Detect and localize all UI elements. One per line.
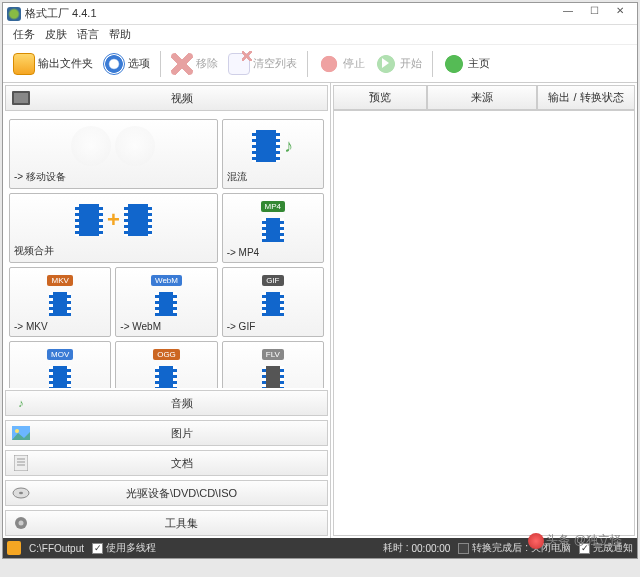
maximize-button[interactable]: ☐: [581, 5, 607, 23]
col-output[interactable]: 输出 / 转换状态: [537, 85, 635, 110]
svg-rect-1: [14, 93, 28, 103]
webm-badge: WebM: [151, 275, 182, 286]
film-icon: [49, 292, 71, 316]
category-audio-header[interactable]: ♪ 音频: [5, 390, 328, 416]
category-tools-header[interactable]: 工具集: [5, 510, 328, 536]
list-header: 预览 来源 输出 / 转换状态: [333, 85, 635, 111]
tile-mkv[interactable]: MKV -> MKV: [9, 267, 111, 337]
folder-icon: [13, 53, 35, 75]
tile-webm[interactable]: WebM -> WebM: [115, 267, 217, 337]
film-icon: [262, 218, 284, 242]
category-video-header[interactable]: 视频: [5, 85, 328, 111]
remove-icon: [171, 53, 193, 75]
clear-list-button[interactable]: 清空列表: [224, 51, 301, 77]
picture-icon: [10, 424, 32, 442]
checkbox-icon: ✓: [458, 543, 469, 554]
right-panel: 预览 来源 输出 / 转换状态: [331, 83, 637, 538]
video-grid: -> 移动设备 ♪ 混流 + 视频合并 MP4 -> MP4: [5, 115, 328, 388]
play-icon: [375, 53, 397, 75]
avatar-icon: [528, 533, 544, 549]
film-icon: [75, 204, 103, 236]
col-preview[interactable]: 预览: [333, 85, 427, 110]
gear-icon: [10, 514, 32, 532]
plus-icon: +: [107, 207, 120, 233]
film-icon: [155, 292, 177, 316]
disc-drive-icon: [10, 484, 32, 502]
film-icon: [252, 130, 280, 162]
document-icon: [10, 454, 32, 472]
minimize-button[interactable]: —: [555, 5, 581, 23]
film-icon: [155, 366, 177, 388]
menu-bar: 任务 皮肤 语言 帮助: [3, 25, 637, 45]
stop-icon: [318, 53, 340, 75]
app-icon: [7, 7, 21, 21]
elapsed-time: 耗时 :00:00:00: [383, 541, 451, 555]
music-note-icon: ♪: [10, 394, 32, 412]
output-folder-button[interactable]: 输出文件夹: [9, 51, 97, 77]
mkv-badge: MKV: [47, 275, 72, 286]
app-window: 格式工厂 4.4.1 — ☐ ✕ 任务 皮肤 语言 帮助 输出文件夹 选项 移除…: [2, 2, 638, 559]
devices-icon: [71, 126, 111, 166]
tile-flv[interactable]: FLV -> FLV: [222, 341, 324, 388]
music-note-icon: ♪: [284, 136, 293, 157]
tile-mobile[interactable]: -> 移动设备: [9, 119, 218, 189]
stop-button[interactable]: 停止: [314, 51, 369, 77]
svg-point-9: [19, 492, 23, 495]
window-title: 格式工厂 4.4.1: [25, 6, 97, 21]
folder-icon[interactable]: [7, 541, 21, 555]
tile-merge[interactable]: + 视频合并: [9, 193, 218, 263]
main-body: 视频 -> 移动设备 ♪ 混流 + 视频合并: [3, 83, 637, 538]
tile-mux[interactable]: ♪ 混流: [222, 119, 324, 189]
tile-gif[interactable]: GIF -> GIF: [222, 267, 324, 337]
svg-point-3: [15, 429, 19, 433]
flv-badge: FLV: [262, 349, 284, 360]
remove-button[interactable]: 移除: [167, 51, 222, 77]
menu-language[interactable]: 语言: [77, 27, 99, 42]
tile-mov[interactable]: MOV -> MOV: [9, 341, 111, 388]
video-icon: [10, 89, 32, 107]
category-doc-header[interactable]: 文档: [5, 450, 328, 476]
menu-help[interactable]: 帮助: [109, 27, 131, 42]
options-button[interactable]: 选项: [99, 51, 154, 77]
home-icon: [443, 53, 465, 75]
ogg-badge: OGG: [153, 349, 180, 360]
film-icon: [262, 366, 284, 388]
output-path-label[interactable]: C:\FFOutput: [29, 543, 84, 554]
toolbar: 输出文件夹 选项 移除 清空列表 停止 开始 主页: [3, 45, 637, 83]
watermark: 头条 @独立怪: [528, 532, 622, 549]
svg-point-11: [19, 521, 24, 526]
film-icon: [124, 204, 152, 236]
tile-ogg[interactable]: OGG -> OGG: [115, 341, 217, 388]
gif-badge: GIF: [262, 275, 283, 286]
mov-badge: MOV: [47, 349, 73, 360]
options-icon: [103, 53, 125, 75]
start-button[interactable]: 开始: [371, 51, 426, 77]
mp4-badge: MP4: [261, 201, 285, 212]
checkbox-icon: ✓: [92, 543, 103, 554]
left-panel: 视频 -> 移动设备 ♪ 混流 + 视频合并: [3, 83, 331, 538]
devices-icon: [115, 126, 155, 166]
svg-rect-4: [14, 455, 28, 471]
category-image-header[interactable]: 图片: [5, 420, 328, 446]
home-button[interactable]: 主页: [439, 51, 494, 77]
task-list-empty[interactable]: [333, 111, 635, 536]
multithread-toggle[interactable]: ✓使用多线程: [92, 541, 156, 555]
category-drive-header[interactable]: 光驱设备\DVD\CD\ISO: [5, 480, 328, 506]
title-bar[interactable]: 格式工厂 4.4.1 — ☐ ✕: [3, 3, 637, 25]
col-source[interactable]: 来源: [427, 85, 537, 110]
film-icon: [49, 366, 71, 388]
clear-list-icon: [228, 53, 250, 75]
menu-task[interactable]: 任务: [13, 27, 35, 42]
close-button[interactable]: ✕: [607, 5, 633, 23]
video-tiles-pane: -> 移动设备 ♪ 混流 + 视频合并 MP4 -> MP4: [3, 113, 330, 388]
menu-skin[interactable]: 皮肤: [45, 27, 67, 42]
film-icon: [262, 292, 284, 316]
tile-mp4[interactable]: MP4 -> MP4: [222, 193, 324, 263]
